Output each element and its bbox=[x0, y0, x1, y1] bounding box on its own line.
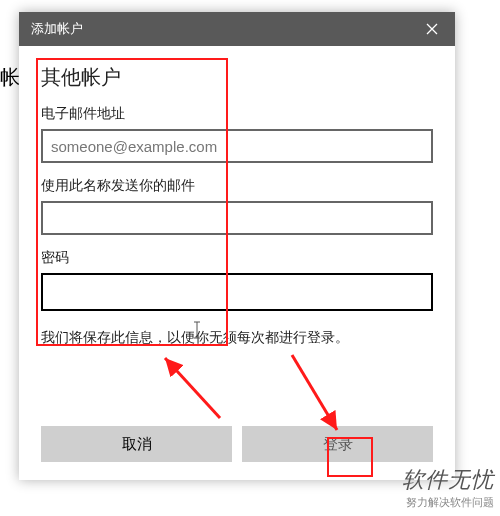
titlebar: 添加帐户 bbox=[19, 12, 455, 46]
email-label: 电子邮件地址 bbox=[41, 105, 433, 123]
close-icon bbox=[426, 23, 438, 35]
email-field[interactable] bbox=[41, 129, 433, 163]
dialog-footer: 取消 登录 bbox=[19, 426, 455, 480]
display-name-field[interactable] bbox=[41, 201, 433, 235]
close-button[interactable] bbox=[409, 12, 455, 46]
password-field[interactable] bbox=[41, 273, 433, 311]
cancel-button[interactable]: 取消 bbox=[41, 426, 232, 462]
password-label: 密码 bbox=[41, 249, 433, 267]
section-title: 其他帐户 bbox=[41, 64, 433, 91]
display-name-label: 使用此名称发送你的邮件 bbox=[41, 177, 433, 195]
save-note: 我们将保存此信息，以便你无须每次都进行登录。 bbox=[41, 329, 433, 347]
watermark-subtitle: 努力解决软件问题 bbox=[402, 495, 494, 510]
dialog-title: 添加帐户 bbox=[31, 20, 83, 38]
watermark: 软件无忧 努力解决软件问题 bbox=[402, 465, 494, 510]
dialog-body: 其他帐户 电子邮件地址 使用此名称发送你的邮件 密码 我们将保存此信息，以便你无… bbox=[19, 46, 455, 426]
add-account-dialog: 添加帐户 其他帐户 电子邮件地址 使用此名称发送你的邮件 密码 我们将保存此信息… bbox=[19, 12, 455, 480]
signin-button[interactable]: 登录 bbox=[242, 426, 433, 462]
watermark-title: 软件无忧 bbox=[402, 465, 494, 495]
